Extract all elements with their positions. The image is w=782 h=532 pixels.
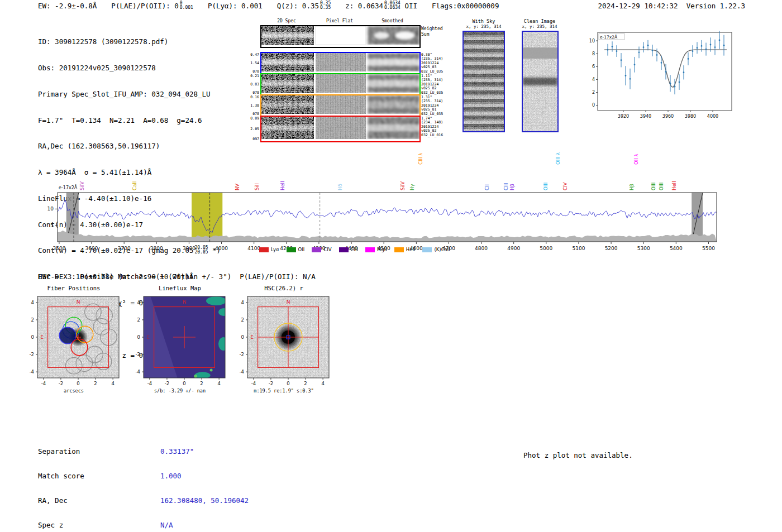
emission-line-label: CaII (132, 181, 137, 190)
timestamp-version: 2024-12-29 10:42:32 Version 1.22.3 (598, 2, 745, 10)
header-qz: Q(z): 0.350.350.35 (277, 2, 331, 10)
svg-text:4: 4 (592, 77, 595, 82)
svg-text:3920: 3920 (618, 114, 629, 119)
svg-text:-2: -2 (59, 381, 63, 386)
header-bar: EW: -2.9±-0.8Å P(LAE)/P(OII): 000.001 P(… (38, 2, 745, 10)
header-plya: P(Lyα): 0.001 (208, 2, 263, 10)
detection-highlight-band (192, 193, 222, 242)
hsc-heading: HSC-DEX : Possible Matches = 1 (within +… (38, 272, 316, 281)
svg-text:3980: 3980 (685, 114, 696, 119)
svg-text:8: 8 (592, 51, 595, 56)
svg-text:4: 4 (137, 300, 140, 305)
legend-item: CIV (312, 247, 331, 252)
north-label: N (287, 299, 290, 305)
fiber-positions-plot: N E -4-4-2-2002244 (22, 294, 126, 388)
hsc-image-title: HSC(26.2) r (232, 285, 336, 291)
cutout-row-values: 0.471.54078 (245, 53, 259, 74)
legend-swatch (422, 247, 432, 252)
match-row-score: Match score1.000 (38, 472, 249, 481)
svg-text:-2: -2 (240, 352, 244, 357)
emission-line-label: OII λ (633, 154, 639, 165)
emission-line-label: CIII (503, 183, 509, 190)
svg-text:-2: -2 (136, 352, 140, 357)
svg-text:5200: 5200 (605, 246, 618, 251)
svg-text:-4: -4 (41, 381, 46, 386)
clean-image (522, 31, 559, 132)
clean-coords: x, y: 235, 314 (519, 24, 560, 29)
legend-item: MgII (365, 247, 387, 252)
svg-text:2: 2 (304, 381, 307, 386)
spectrum-legend: LyαOIICIVCIIIMgIIHeII(K)CaII (259, 247, 450, 252)
svg-text:4: 4 (111, 381, 114, 386)
emission-line-label: Hβ (629, 184, 635, 190)
col-title-pixelflat: Pixel Flat (314, 18, 365, 23)
photz-note: Phot z plot not available. (523, 451, 633, 459)
emission-line-label: CIV (562, 183, 568, 190)
clean-title: Clean Image (519, 18, 560, 24)
z-ci-stack: 0.06340.0634 (384, 1, 400, 9)
svg-text:3960: 3960 (662, 114, 674, 119)
info-obs: Obs: 20191224v025_3090122578 (38, 64, 221, 73)
fiber-positions-xlabel: arcsecs (22, 388, 126, 394)
emission-line-label: Hγ (409, 184, 415, 190)
withsky-coords: x, y: 235, 314 (461, 24, 506, 29)
svg-text:-2: -2 (30, 352, 34, 357)
svg-text:0: 0 (287, 381, 289, 386)
header-flags: Flags:0x00000009 (432, 2, 499, 10)
cutout-row-values: 0.210.83078 (245, 74, 259, 95)
svg-text:0: 0 (31, 334, 34, 340)
svg-text:3940: 3940 (640, 114, 651, 119)
withsky-title: With Sky (461, 18, 506, 24)
svg-text:6: 6 (592, 64, 595, 69)
cutout-row: 0.210.830781.11"(235, 314)20191224v025_0… (260, 73, 421, 96)
noise-floor (58, 231, 717, 242)
svg-text:5500: 5500 (702, 246, 715, 251)
emission-line-label: SiIV (400, 181, 406, 190)
svg-text:4: 4 (321, 381, 324, 386)
lineflux-map-panel: Lineflux Map N E -4-4-2-2002244 s/b: -3.… (128, 285, 232, 402)
fiber-positions-title: Fiber Positions (22, 285, 126, 291)
cutout-row-values: 0.092.05097 (245, 117, 259, 141)
svg-text:0: 0 (77, 381, 79, 386)
svg-text:5100: 5100 (573, 246, 585, 251)
svg-text:-4: -4 (30, 369, 34, 375)
svg-text:5: 5 (50, 223, 54, 228)
svg-text:3900: 3900 (183, 246, 196, 251)
emission-line-label: HeII (671, 181, 677, 190)
emission-line-label: Hδ (337, 184, 343, 190)
svg-text:3500: 3500 (53, 246, 65, 251)
legend-swatch (259, 247, 269, 252)
legend-swatch (339, 247, 349, 252)
lineflux-map-plot: N E -4-4-2-2002244 (128, 294, 232, 388)
line-fit-plot: 392039403960398040000246810e-17x2Å (581, 26, 740, 126)
emission-line-label: OIII λ (555, 152, 561, 165)
svg-text:5400: 5400 (670, 246, 683, 251)
svg-text:10: 10 (589, 39, 595, 44)
withsky-image (462, 31, 505, 132)
cutout-row-values: 0.161.38078 (245, 95, 259, 116)
info-primary: Primary Spec_Slot_IFU_AMP: 032_094_028_L… (38, 90, 221, 99)
svg-text:4: 4 (241, 300, 244, 305)
emission-line-label: CII (484, 184, 490, 190)
col-title-smoothed: Smoothed (366, 18, 418, 23)
legend-item: Lyα (259, 247, 279, 252)
cutout-row-caption: 0.30"(235, 314)20191224v025_03032_LU_035 (421, 53, 443, 74)
header-z: z: 0.06340.06340.0634 OII (345, 2, 417, 10)
match-table: Separation0.33137" Match score1.000 RA, … (38, 432, 249, 532)
cutout-row-caption: WeightedSum (421, 26, 443, 37)
spectrum-ylabel: e-17x2Å (59, 184, 78, 190)
cutout-row: 0.471.540780.30"(235, 314)20191224v025_0… (260, 52, 421, 75)
svg-text:5000: 5000 (540, 246, 552, 251)
svg-text:-4: -4 (240, 369, 244, 375)
emission-line-label: CIII λ (418, 153, 423, 165)
svg-text:0: 0 (183, 381, 185, 386)
svg-text:2: 2 (200, 381, 203, 386)
emission-line-label: OIII (651, 183, 656, 190)
legend-item: CIII (339, 247, 358, 252)
lineflux-map-xlabel: s/b: -3.29 +/- nan (128, 388, 232, 394)
svg-text:0: 0 (241, 334, 244, 340)
legend-swatch (365, 247, 375, 252)
svg-text:4800: 4800 (475, 246, 488, 251)
svg-text:-2: -2 (165, 381, 169, 386)
fiber-positions-panel: Fiber Positions (22, 285, 126, 402)
